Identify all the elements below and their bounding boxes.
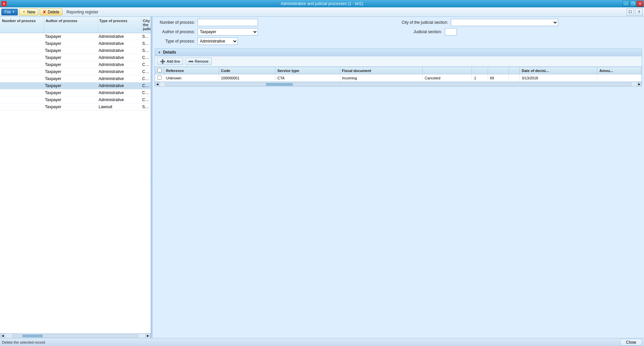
number-of-process-input[interactable] bbox=[198, 19, 258, 26]
cell-type: Administrative bbox=[97, 75, 141, 82]
table-scroll-thumb[interactable] bbox=[266, 83, 293, 86]
cell-author: Taxpayer bbox=[44, 40, 97, 47]
add-line-button[interactable]: ➕ Add line bbox=[157, 58, 183, 65]
reporting-register-link[interactable]: Reporting register bbox=[64, 9, 101, 15]
cell-city: Curitiba bbox=[141, 68, 151, 75]
new-label: New bbox=[27, 10, 35, 14]
list-row[interactable]: Taxpayer Administrative São Paulo bbox=[0, 47, 151, 54]
scroll-left-arrow[interactable]: ◀ bbox=[0, 334, 5, 338]
file-menu[interactable]: File ▼ bbox=[1, 9, 18, 15]
form-left-col: Number of process: Author of process: Ta… bbox=[155, 19, 395, 47]
col-type-header: Type of process bbox=[98, 18, 142, 31]
form-area: Number of process: Author of process: Ta… bbox=[155, 19, 642, 47]
th-col5 bbox=[423, 67, 472, 74]
table-scroll-track[interactable] bbox=[165, 83, 632, 86]
cell-col6: 1 bbox=[472, 74, 488, 82]
help-icon[interactable]: ? bbox=[635, 8, 643, 16]
delete-button[interactable]: ✘ Delete bbox=[40, 8, 62, 15]
details-table-header-row: Reference Code Service type Fiscal docum… bbox=[155, 67, 642, 74]
cell-author: Taxpayer bbox=[44, 47, 97, 54]
monitor-icon[interactable]: ☐ bbox=[627, 8, 634, 16]
author-of-process-select[interactable]: Taxpayer Tax authority Other bbox=[198, 28, 258, 36]
app-icon: X bbox=[1, 1, 7, 6]
list-row[interactable]: Taxpayer Administrative Curitiba bbox=[0, 96, 151, 103]
cell-city: Curitiba bbox=[141, 82, 151, 89]
remove-button[interactable]: ➖ Remove bbox=[185, 58, 212, 65]
city-judicial-section-row: City of the judicial section: bbox=[402, 19, 642, 26]
cell-number bbox=[0, 54, 44, 61]
new-star-icon: ✦ bbox=[22, 9, 26, 14]
cell-col8 bbox=[509, 74, 520, 82]
scroll-right-arrow[interactable]: ▶ bbox=[145, 334, 151, 338]
cell-number bbox=[0, 89, 44, 96]
th-amount: Amou... bbox=[597, 67, 642, 74]
type-of-process-label: Type of process: bbox=[155, 39, 195, 44]
list-row[interactable]: Taxpayer Lawsuit São Paulo bbox=[0, 103, 151, 111]
table-scroll-left[interactable]: ◀ bbox=[155, 82, 160, 87]
list-row[interactable]: Taxpayer Administrative Curitiba bbox=[0, 68, 151, 75]
cell-reference: Unknown bbox=[164, 74, 219, 82]
remove-icon: ➖ bbox=[188, 59, 194, 64]
delete-icon: ✘ bbox=[43, 9, 46, 14]
cell-city: São Paulo bbox=[141, 103, 151, 110]
list-row[interactable]: Taxpayer Administrative Curitiba bbox=[0, 75, 151, 82]
details-section: ▼ Details ➕ Add line ➖ Remove bbox=[155, 48, 642, 87]
restore-button[interactable]: ❒ bbox=[630, 1, 636, 7]
status-bar: Delete the selected record Close bbox=[0, 338, 644, 346]
cell-type: Administrative bbox=[97, 33, 141, 40]
author-of-process-row: Author of process: Taxpayer Tax authorit… bbox=[155, 28, 395, 36]
list-body: Taxpayer Administrative São Paulo Taxpay… bbox=[0, 33, 151, 333]
row-checkbox[interactable] bbox=[155, 74, 164, 82]
remove-label: Remove bbox=[195, 59, 209, 63]
col-author-header: Author of process bbox=[44, 18, 98, 31]
list-row[interactable]: Taxpayer Administrative São Paulo bbox=[0, 33, 151, 40]
table-horizontal-scrollbar[interactable]: ◀ ▶ bbox=[155, 82, 642, 86]
minimize-button[interactable]: — bbox=[623, 1, 629, 7]
list-row[interactable]: Taxpayer Administrative Curitiba bbox=[0, 54, 151, 61]
cell-type: Administrative bbox=[97, 96, 141, 103]
cell-city: São Paulo bbox=[141, 47, 151, 54]
collapse-arrow-icon[interactable]: ▼ bbox=[158, 51, 161, 54]
cell-number bbox=[0, 61, 44, 68]
cell-number bbox=[0, 47, 44, 54]
list-horizontal-scrollbar[interactable]: ◀ ▶ bbox=[0, 333, 151, 338]
file-arrow-icon: ▼ bbox=[12, 10, 15, 13]
details-toolbar: ➕ Add line ➖ Remove bbox=[155, 56, 642, 67]
cell-amount bbox=[597, 74, 642, 82]
panel-splitter[interactable] bbox=[151, 17, 153, 338]
list-row[interactable]: Taxpayer Administrative Curitiba bbox=[0, 89, 151, 96]
cell-author: Taxpayer bbox=[44, 89, 97, 96]
table-scroll-right[interactable]: ▶ bbox=[637, 82, 642, 87]
close-window-button[interactable]: ✕ bbox=[637, 1, 643, 7]
add-line-icon: ➕ bbox=[160, 59, 165, 64]
delete-label: Delete bbox=[48, 10, 59, 14]
judicial-section-row: Judicial section: bbox=[402, 28, 642, 36]
type-of-process-select[interactable]: Administrative Lawsuit bbox=[198, 38, 238, 45]
th-col7 bbox=[488, 67, 508, 74]
close-button[interactable]: Close bbox=[620, 339, 642, 346]
scroll-thumb[interactable] bbox=[22, 335, 43, 337]
left-panel: Number of process Author of process Type… bbox=[0, 17, 151, 338]
cell-number bbox=[0, 103, 44, 110]
cell-author: Taxpayer bbox=[44, 54, 97, 61]
details-title: Details bbox=[163, 50, 176, 55]
cell-city: Curitiba bbox=[141, 61, 151, 68]
list-row[interactable]: Taxpayer Administrative Curitiba bbox=[0, 82, 151, 89]
table-row[interactable]: Unknown 100000001 CTA Incoming Canceled … bbox=[155, 74, 642, 82]
city-of-judicial-section-select[interactable] bbox=[451, 19, 558, 26]
list-row[interactable]: Taxpayer Administrative São Paulo bbox=[0, 40, 151, 47]
judicial-section-input[interactable] bbox=[445, 28, 457, 36]
list-row[interactable]: Taxpayer Administrative Curitiba bbox=[0, 61, 151, 68]
select-all-checkbox[interactable] bbox=[157, 68, 162, 72]
cell-city: São Paulo bbox=[141, 40, 151, 47]
scroll-track[interactable] bbox=[12, 334, 139, 338]
new-button[interactable]: ✦ New bbox=[19, 8, 38, 15]
cell-author: Taxpayer bbox=[44, 61, 97, 68]
col-number-header: Number of process bbox=[1, 18, 44, 31]
cell-type: Administrative bbox=[97, 61, 141, 68]
cell-number bbox=[0, 33, 44, 40]
cell-author: Taxpayer bbox=[44, 33, 97, 40]
cell-author: Taxpayer bbox=[44, 82, 97, 89]
cell-fiscal-document: Incoming bbox=[340, 74, 423, 82]
city-judicial-section-label: City of the judicial section: bbox=[402, 20, 448, 25]
